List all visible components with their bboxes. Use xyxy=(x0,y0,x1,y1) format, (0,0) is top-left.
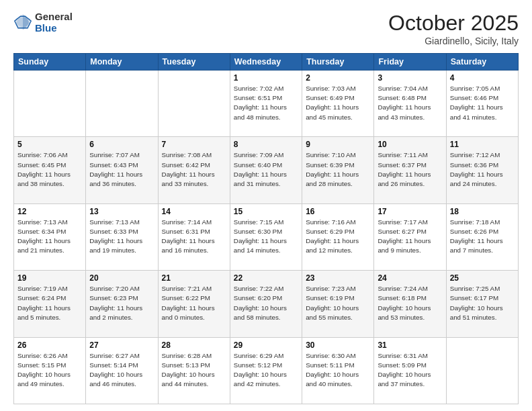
day-info: Sunrise: 6:29 AM Sunset: 5:12 PM Dayligh… xyxy=(234,351,298,390)
calendar-cell: 22Sunrise: 7:22 AM Sunset: 6:20 PM Dayli… xyxy=(230,271,302,337)
day-number: 6 xyxy=(89,140,154,149)
day-number: 9 xyxy=(306,140,370,149)
calendar-week-5: 26Sunrise: 6:26 AM Sunset: 5:15 PM Dayli… xyxy=(14,337,519,404)
logo-text: General Blue xyxy=(35,11,73,34)
day-info: Sunrise: 7:03 AM Sunset: 6:49 PM Dayligh… xyxy=(306,84,370,122)
calendar-week-3: 12Sunrise: 7:13 AM Sunset: 6:34 PM Dayli… xyxy=(14,203,519,270)
day-info: Sunrise: 7:13 AM Sunset: 6:34 PM Dayligh… xyxy=(17,218,82,256)
day-info: Sunrise: 7:06 AM Sunset: 6:45 PM Dayligh… xyxy=(17,150,82,189)
page: General Blue October 2025 Giardinello, S… xyxy=(0,0,532,411)
day-number: 29 xyxy=(234,340,298,350)
day-info: Sunrise: 7:15 AM Sunset: 6:30 PM Dayligh… xyxy=(234,218,298,256)
day-info: Sunrise: 6:26 AM Sunset: 5:15 PM Dayligh… xyxy=(17,351,82,390)
day-number: 2 xyxy=(306,73,370,83)
day-number: 12 xyxy=(17,207,82,216)
day-info: Sunrise: 7:12 AM Sunset: 6:36 PM Dayligh… xyxy=(450,150,515,189)
day-info: Sunrise: 7:07 AM Sunset: 6:43 PM Dayligh… xyxy=(89,150,154,189)
day-info: Sunrise: 6:30 AM Sunset: 5:11 PM Dayligh… xyxy=(306,351,370,390)
calendar-cell: 15Sunrise: 7:15 AM Sunset: 6:30 PM Dayli… xyxy=(230,203,302,270)
calendar-cell xyxy=(446,337,518,404)
day-number: 4 xyxy=(450,73,515,83)
calendar-cell xyxy=(86,71,158,137)
day-number: 31 xyxy=(378,340,442,350)
calendar-cell: 7Sunrise: 7:08 AM Sunset: 6:42 PM Daylig… xyxy=(158,137,230,203)
calendar-week-4: 19Sunrise: 7:19 AM Sunset: 6:24 PM Dayli… xyxy=(14,271,519,337)
col-thursday: Thursday xyxy=(302,54,374,71)
calendar-cell: 11Sunrise: 7:12 AM Sunset: 6:36 PM Dayli… xyxy=(446,137,518,203)
day-number: 26 xyxy=(17,340,82,350)
calendar-cell: 21Sunrise: 7:21 AM Sunset: 6:22 PM Dayli… xyxy=(158,271,230,337)
calendar-cell: 25Sunrise: 7:25 AM Sunset: 6:17 PM Dayli… xyxy=(446,271,518,337)
logo: General Blue xyxy=(13,11,73,34)
calendar-cell: 6Sunrise: 7:07 AM Sunset: 6:43 PM Daylig… xyxy=(86,137,158,203)
calendar-cell xyxy=(14,71,86,137)
day-number: 13 xyxy=(89,207,154,216)
calendar-cell: 13Sunrise: 7:13 AM Sunset: 6:33 PM Dayli… xyxy=(86,203,158,270)
col-friday: Friday xyxy=(374,54,446,71)
calendar-cell: 4Sunrise: 7:05 AM Sunset: 6:46 PM Daylig… xyxy=(446,71,518,137)
calendar-cell: 2Sunrise: 7:03 AM Sunset: 6:49 PM Daylig… xyxy=(302,71,374,137)
calendar-cell: 26Sunrise: 6:26 AM Sunset: 5:15 PM Dayli… xyxy=(14,337,86,404)
calendar-cell: 12Sunrise: 7:13 AM Sunset: 6:34 PM Dayli… xyxy=(14,203,86,270)
day-number: 1 xyxy=(234,73,298,83)
calendar-cell: 17Sunrise: 7:17 AM Sunset: 6:27 PM Dayli… xyxy=(374,203,446,270)
calendar-cell: 24Sunrise: 7:24 AM Sunset: 6:18 PM Dayli… xyxy=(374,271,446,337)
day-info: Sunrise: 7:25 AM Sunset: 6:17 PM Dayligh… xyxy=(450,284,515,322)
day-number: 30 xyxy=(306,340,370,350)
day-number: 15 xyxy=(234,207,298,216)
day-info: Sunrise: 7:24 AM Sunset: 6:18 PM Dayligh… xyxy=(378,284,442,322)
day-number: 17 xyxy=(378,207,442,216)
calendar-cell: 9Sunrise: 7:10 AM Sunset: 6:39 PM Daylig… xyxy=(302,137,374,203)
calendar-cell: 27Sunrise: 6:27 AM Sunset: 5:14 PM Dayli… xyxy=(86,337,158,404)
header: General Blue October 2025 Giardinello, S… xyxy=(13,11,519,46)
calendar-cell: 19Sunrise: 7:19 AM Sunset: 6:24 PM Dayli… xyxy=(14,271,86,337)
location: Giardinello, Sicily, Italy xyxy=(388,36,519,46)
day-info: Sunrise: 7:09 AM Sunset: 6:40 PM Dayligh… xyxy=(234,150,298,189)
col-monday: Monday xyxy=(86,54,158,71)
day-info: Sunrise: 7:13 AM Sunset: 6:33 PM Dayligh… xyxy=(89,218,154,256)
calendar-cell: 18Sunrise: 7:18 AM Sunset: 6:26 PM Dayli… xyxy=(446,203,518,270)
day-number: 3 xyxy=(378,73,442,83)
day-info: Sunrise: 7:19 AM Sunset: 6:24 PM Dayligh… xyxy=(17,284,82,322)
day-number: 11 xyxy=(450,140,515,149)
logo-icon xyxy=(13,13,32,32)
logo-blue: Blue xyxy=(35,22,73,34)
day-number: 22 xyxy=(234,273,298,283)
day-info: Sunrise: 7:08 AM Sunset: 6:42 PM Dayligh… xyxy=(162,150,226,189)
day-info: Sunrise: 7:16 AM Sunset: 6:29 PM Dayligh… xyxy=(306,218,370,256)
day-info: Sunrise: 6:31 AM Sunset: 5:09 PM Dayligh… xyxy=(378,351,442,390)
day-info: Sunrise: 7:02 AM Sunset: 6:51 PM Dayligh… xyxy=(234,84,298,122)
day-info: Sunrise: 7:23 AM Sunset: 6:19 PM Dayligh… xyxy=(306,284,370,322)
day-info: Sunrise: 7:21 AM Sunset: 6:22 PM Dayligh… xyxy=(162,284,226,322)
calendar-cell: 14Sunrise: 7:14 AM Sunset: 6:31 PM Dayli… xyxy=(158,203,230,270)
calendar-week-1: 1Sunrise: 7:02 AM Sunset: 6:51 PM Daylig… xyxy=(14,71,519,137)
day-info: Sunrise: 6:27 AM Sunset: 5:14 PM Dayligh… xyxy=(89,351,154,390)
day-number: 23 xyxy=(306,273,370,283)
calendar-cell: 29Sunrise: 6:29 AM Sunset: 5:12 PM Dayli… xyxy=(230,337,302,404)
day-number: 25 xyxy=(450,273,515,283)
calendar-week-2: 5Sunrise: 7:06 AM Sunset: 6:45 PM Daylig… xyxy=(14,137,519,203)
col-saturday: Saturday xyxy=(446,54,518,71)
day-number: 28 xyxy=(162,340,226,350)
calendar-cell: 3Sunrise: 7:04 AM Sunset: 6:48 PM Daylig… xyxy=(374,71,446,137)
calendar-cell: 5Sunrise: 7:06 AM Sunset: 6:45 PM Daylig… xyxy=(14,137,86,203)
month-title: October 2025 xyxy=(388,11,519,36)
day-number: 20 xyxy=(89,273,154,283)
day-info: Sunrise: 7:20 AM Sunset: 6:23 PM Dayligh… xyxy=(89,284,154,322)
day-info: Sunrise: 7:11 AM Sunset: 6:37 PM Dayligh… xyxy=(378,150,442,189)
day-info: Sunrise: 7:14 AM Sunset: 6:31 PM Dayligh… xyxy=(162,218,226,256)
calendar-cell: 10Sunrise: 7:11 AM Sunset: 6:37 PM Dayli… xyxy=(374,137,446,203)
day-info: Sunrise: 6:28 AM Sunset: 5:13 PM Dayligh… xyxy=(162,351,226,390)
logo-general: General xyxy=(35,11,73,22)
day-info: Sunrise: 7:04 AM Sunset: 6:48 PM Dayligh… xyxy=(378,84,442,122)
day-number: 24 xyxy=(378,273,442,283)
col-sunday: Sunday xyxy=(14,54,86,71)
day-info: Sunrise: 7:10 AM Sunset: 6:39 PM Dayligh… xyxy=(306,150,370,189)
day-info: Sunrise: 7:17 AM Sunset: 6:27 PM Dayligh… xyxy=(378,218,442,256)
day-info: Sunrise: 7:18 AM Sunset: 6:26 PM Dayligh… xyxy=(450,218,515,256)
calendar-cell: 30Sunrise: 6:30 AM Sunset: 5:11 PM Dayli… xyxy=(302,337,374,404)
day-number: 27 xyxy=(89,340,154,350)
day-number: 19 xyxy=(17,273,82,283)
day-number: 18 xyxy=(450,207,515,216)
day-info: Sunrise: 7:05 AM Sunset: 6:46 PM Dayligh… xyxy=(450,84,515,122)
